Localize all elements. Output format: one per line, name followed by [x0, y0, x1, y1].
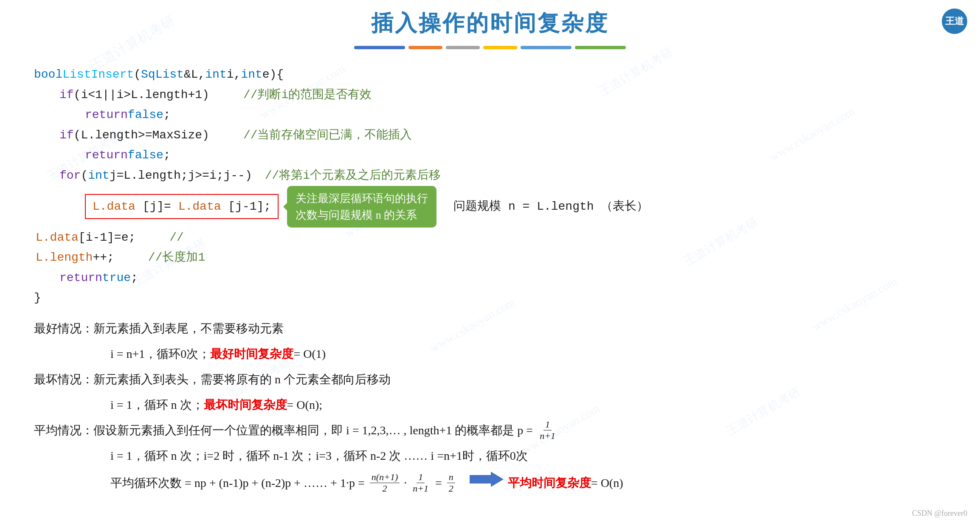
avg-fraction-p: 1 n+1 [538, 419, 557, 442]
code-ref: &L, [184, 65, 205, 85]
color-bar-5 [521, 46, 572, 49]
formula-label: 平均循环次数 = np + (n-1)p + (n-2)p + …… + 1·p… [110, 471, 365, 495]
code-line-5: return false ; [85, 145, 946, 166]
csdn-mark: CSDN @forever0 [912, 509, 967, 518]
formula-frac3: n 2 [447, 472, 455, 495]
kw-return3: return [59, 268, 102, 288]
best-case-detail: i = n+1，循环0次； 最好时间复杂度 = O(1) [110, 342, 946, 366]
best-highlight: 最好时间复杂度 [210, 342, 293, 366]
avg-case-detail: i = 1，循环 n 次；i=2 时，循环 n-1 次；i=3，循环 n-2 次… [110, 444, 946, 468]
comment1: //判断i的范围是否有效 [243, 85, 372, 105]
avg-arrow-container: 平均时间复杂度 = O(n) [470, 471, 623, 495]
color-bar-4 [483, 46, 517, 49]
code-cond1: (i<1||i>L.length+1) [74, 85, 209, 105]
tooltip-bubble: 关注最深层循环语句的执行 次数与问题规模 n 的关系 [287, 186, 436, 228]
code-line-2: if (i<1||i>L.length+1) //判断i的范围是否有效 [59, 85, 946, 105]
avg-frac-den: n+1 [538, 430, 557, 441]
best-label: 最好情况：新元素插入到表尾，不需要移动元素 [34, 317, 284, 340]
avg-formula: 平均循环次数 = np + (n-1)p + (n-2)p + …… + 1·p… [110, 471, 946, 495]
worst-case-label: 最坏情况：新元素插入到表头，需要将原有的 n 个元素全都向后移动 [34, 368, 946, 391]
code-line-4: if (L.length>=MaxSize) //当前存储空间已满，不能插入 [59, 125, 946, 146]
f3-num: n [447, 472, 455, 483]
formula-dot: · [404, 471, 407, 495]
kw-if2: if [59, 125, 74, 146]
code-line-10: return true ; [59, 268, 946, 288]
code-ldata: L.data [93, 200, 135, 213]
code-semi3: ; [131, 268, 138, 288]
f1-num: n(n+1) [370, 472, 400, 483]
worst-detail: i = 1，循环 n 次； [110, 393, 204, 417]
logo-text: 王道 [945, 15, 964, 28]
color-bar-2 [408, 46, 442, 49]
code-ldata2: L.data [178, 200, 221, 213]
kw-int1: int [205, 65, 226, 85]
worst-highlight: 最坏时间复杂度 [204, 393, 287, 417]
code-line-8: L.data [i-1]=e; // [34, 228, 946, 248]
code-pp: ++; [93, 247, 114, 268]
highlight-code: L.data [j]= L.data [j-1]; [85, 194, 279, 219]
comment5: //长度加1 [148, 247, 205, 268]
code-line-7: L.data [j]= L.data [j-1]; 关注最深层循环语句的执行 次… [85, 186, 946, 228]
code-semi1: ; [163, 105, 171, 125]
tooltip-line1: 关注最深层循环语句的执行 [296, 192, 428, 205]
code-li1: [i-1]=e; [79, 228, 135, 248]
kw-bool: bool [34, 65, 62, 85]
kw-false1: false [128, 105, 163, 125]
code-e: e){ [262, 65, 284, 85]
code-bracket2: [j-1]; [228, 200, 271, 213]
best-case-label: 最好情况：新元素插入到表尾，不需要移动元素 [34, 317, 946, 340]
worst-result: = O(n); [287, 393, 322, 417]
kw-return2: return [85, 145, 128, 166]
code-for-paren: ( [81, 166, 88, 186]
avg-highlight: 平均时间复杂度 [508, 471, 591, 495]
code-bracket1: [j]= [143, 200, 171, 213]
code-block: bool ListInsert ( SqList &L, int i, int … [34, 65, 946, 308]
code-ldata3: L.data [36, 228, 79, 248]
kw-if1: if [59, 85, 74, 105]
avg-label-text: 平均情况：假设新元素插入到任何一个位置的概率相同，即 i = 1,2,3,… ,… [34, 419, 533, 442]
kw-return1: return [85, 105, 128, 125]
code-cond2: (L.length>=MaxSize) [74, 125, 209, 146]
color-bar [34, 46, 946, 49]
f1-den: 2 [380, 483, 389, 494]
kw-int3: int [88, 166, 109, 186]
code-llength: L.length [36, 247, 93, 268]
page-title: 插入操作的时间复杂度 [34, 8, 946, 38]
code-line-1: bool ListInsert ( SqList &L, int i, int … [34, 65, 946, 85]
f3-den: 2 [447, 483, 455, 494]
kw-int2: int [241, 65, 262, 85]
kw-listinsert: ListInsert [62, 65, 134, 85]
comment4: // [169, 228, 184, 248]
color-bar-1 [354, 46, 405, 49]
kw-true: true [102, 268, 131, 288]
kw-for: for [59, 166, 81, 186]
blue-arrow-icon [470, 471, 504, 495]
worst-case-detail: i = 1，循环 n 次； 最坏时间复杂度 = O(n); [110, 393, 946, 417]
formula-eq: = [435, 471, 442, 495]
problem-scale-text: 问题规模 n = L.length （表长） [453, 197, 648, 217]
formula-frac2: 1 n+1 [411, 472, 430, 495]
color-bar-3 [446, 46, 480, 49]
best-detail: i = n+1，循环0次； [110, 342, 210, 366]
logo-icon: 王道 [942, 8, 967, 34]
code-line-11: } [34, 288, 946, 308]
tooltip-line2: 次数与问题规模 n 的关系 [296, 209, 417, 221]
best-result: = O(1) [293, 342, 326, 366]
avg-detail: i = 1，循环 n 次；i=2 时，循环 n-1 次；i=3，循环 n-2 次… [110, 444, 528, 468]
avg-frac-num: 1 [544, 419, 552, 430]
kw-false2: false [128, 145, 163, 166]
f2-den: n+1 [411, 483, 430, 494]
code-semi2: ; [163, 145, 171, 166]
formula-frac1: n(n+1) 2 [370, 472, 400, 495]
avg-case-label: 平均情况：假设新元素插入到任何一个位置的概率相同，即 i = 1,2,3,… ,… [34, 419, 946, 442]
f2-num: 1 [417, 472, 425, 483]
analysis-section: 最好情况：新元素插入到表尾，不需要移动元素 i = n+1，循环0次； 最好时间… [34, 317, 946, 495]
code-line-9: L.length ++; //长度加1 [34, 247, 946, 268]
svg-marker-0 [470, 472, 504, 487]
worst-label: 最坏情况：新元素插入到表头，需要将原有的 n 个元素全都向后移动 [34, 368, 391, 391]
code-paren1: ( [134, 65, 141, 85]
comment2: //当前存储空间已满，不能插入 [243, 125, 412, 146]
code-brace: } [34, 288, 41, 308]
code-line-3: return false ; [85, 105, 946, 125]
comment3: //将第i个元素及之后的元素后移 [265, 166, 441, 186]
